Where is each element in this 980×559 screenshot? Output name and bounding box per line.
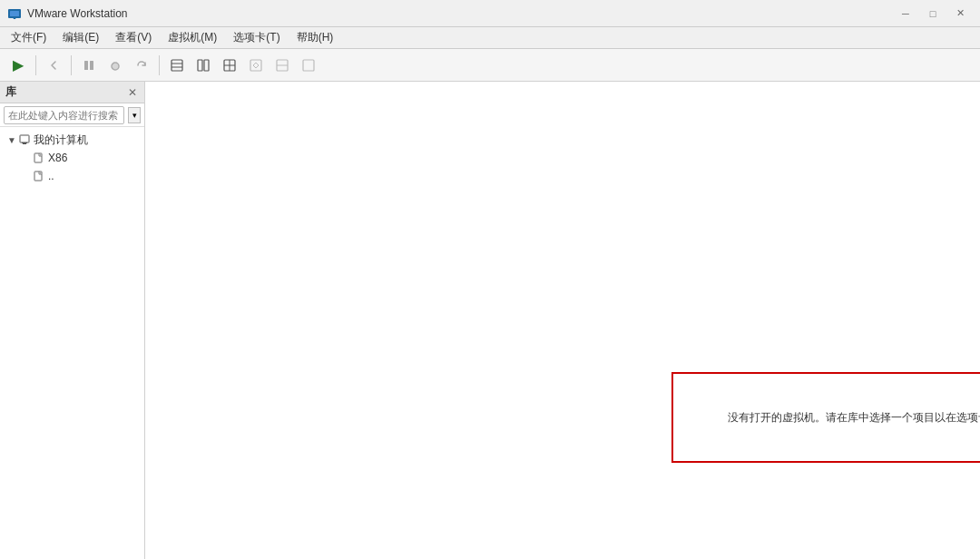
view-btn-2[interactable]	[191, 53, 216, 78]
suspend-button[interactable]	[76, 53, 102, 78]
svg-rect-12	[204, 60, 209, 71]
maximize-button[interactable]: □	[920, 5, 946, 23]
sidebar-header: 库 ✕	[0, 82, 144, 103]
play-button[interactable]: ▶	[5, 53, 31, 78]
window-controls: ─ □ ✕	[893, 5, 973, 23]
tree-node-dotdot[interactable]: ▶ ..	[0, 167, 144, 185]
toolbar: ▶	[0, 49, 980, 82]
svg-rect-2	[9, 16, 20, 17]
svg-marker-3	[13, 17, 16, 19]
toolbar-separator-3	[159, 55, 160, 75]
toolbar-separator-2	[71, 55, 72, 75]
tree-arrow-dotdot-icon: ▶	[22, 172, 33, 181]
back-button[interactable]	[41, 53, 66, 78]
svg-rect-20	[20, 135, 29, 142]
sidebar-search-bar: ▾	[0, 103, 144, 127]
sidebar: 库 ✕ ▾ ▼ 我的计算机 ▶ X86	[0, 82, 145, 559]
sidebar-search-input[interactable]	[4, 106, 124, 124]
app-title: VMware Workstation	[27, 7, 127, 20]
vm-tree: ▼ 我的计算机 ▶ X86 ▶ ..	[0, 127, 144, 559]
computer-icon	[18, 133, 31, 146]
view-btn-3[interactable]	[217, 53, 242, 78]
tree-x86-label: X86	[48, 152, 67, 164]
tree-dotdot-label: ..	[48, 170, 54, 182]
svg-rect-19	[303, 60, 314, 71]
search-dropdown-button[interactable]: ▾	[128, 107, 141, 123]
menu-view[interactable]: 查看(V)	[108, 28, 159, 47]
stop-button[interactable]	[103, 53, 128, 78]
menu-bar: 文件(F) 编辑(E) 查看(V) 虚拟机(M) 选项卡(T) 帮助(H)	[0, 27, 980, 49]
view-btn-4[interactable]	[243, 53, 269, 78]
title-bar: VMware Workstation ─ □ ✕	[0, 0, 980, 27]
svg-rect-4	[84, 61, 88, 70]
sidebar-close-button[interactable]: ✕	[126, 87, 139, 98]
menu-help[interactable]: 帮助(H)	[289, 28, 341, 47]
menu-tab[interactable]: 选项卡(T)	[226, 28, 287, 47]
sidebar-title: 库	[5, 84, 16, 100]
vm-file2-icon	[33, 170, 45, 182]
restart-button[interactable]	[129, 53, 154, 78]
toolbar-separator-1	[35, 55, 36, 75]
no-vm-message-box: 没有打开的虚拟机。请在库中选择一个项目以在选项卡中打开。	[671, 372, 980, 463]
svg-rect-8	[172, 60, 182, 71]
svg-rect-21	[22, 142, 27, 143]
menu-vm[interactable]: 虚拟机(M)	[161, 28, 224, 47]
tree-arrow-icon: ▼	[7, 135, 18, 145]
vmware-logo-icon	[7, 6, 22, 21]
vm-file-icon	[33, 152, 45, 164]
menu-file[interactable]: 文件(F)	[4, 28, 54, 47]
minimize-button[interactable]: ─	[893, 5, 918, 23]
vm-controls-group	[76, 53, 154, 78]
svg-rect-22	[23, 143, 26, 144]
tree-my-computer-label: 我的计算机	[34, 132, 88, 148]
tree-node-my-computer[interactable]: ▼ 我的计算机	[0, 131, 144, 149]
svg-rect-5	[90, 61, 93, 70]
view-btn-6[interactable]	[296, 53, 321, 78]
svg-rect-1	[10, 11, 19, 16]
tree-arrow-x86-icon: ▶	[22, 153, 33, 163]
view-btn-1[interactable]	[164, 53, 190, 78]
content-area: 没有打开的虚拟机。请在库中选择一个项目以在选项卡中打开。	[145, 82, 980, 559]
close-button[interactable]: ✕	[947, 5, 973, 23]
svg-rect-16	[250, 60, 261, 71]
svg-rect-7	[113, 64, 118, 69]
main-area: 库 ✕ ▾ ▼ 我的计算机 ▶ X86	[0, 82, 980, 559]
tree-node-x86[interactable]: ▶ X86	[0, 149, 144, 167]
menu-edit[interactable]: 编辑(E)	[55, 28, 106, 47]
no-vm-message-text: 没有打开的虚拟机。请在库中选择一个项目以在选项卡中打开。	[728, 410, 980, 426]
view-btn-5[interactable]	[270, 53, 295, 78]
svg-rect-11	[198, 60, 202, 71]
view-buttons-group	[164, 53, 321, 78]
